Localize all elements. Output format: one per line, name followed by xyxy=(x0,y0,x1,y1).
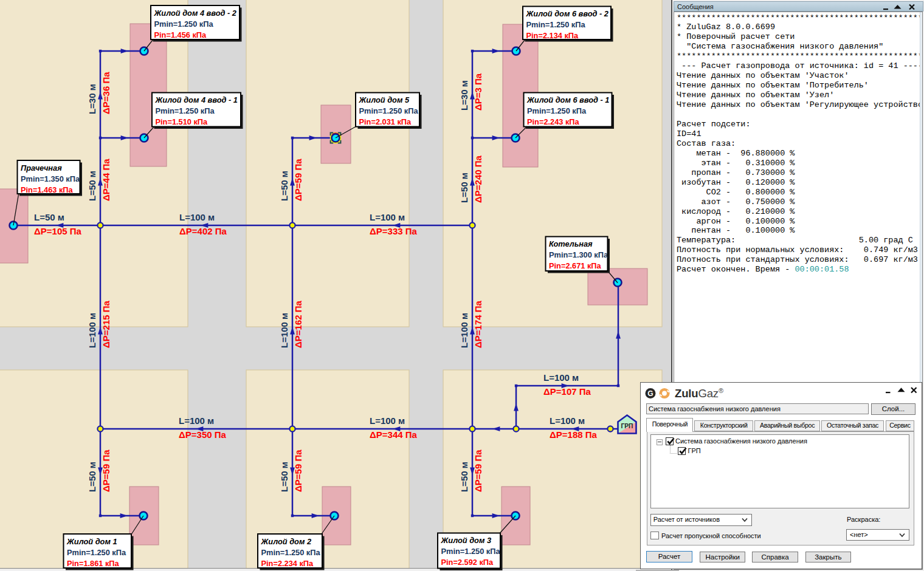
svg-text:Жилой дом 3: Жилой дом 3 xyxy=(441,536,492,545)
svg-text:Жилой дом 4 ввод - 2: Жилой дом 4 ввод - 2 xyxy=(154,9,236,18)
svg-text:ΔP=215 Па: ΔP=215 Па xyxy=(101,300,111,348)
svg-text:Pin=1.463 кПа: Pin=1.463 кПа xyxy=(21,185,74,194)
svg-text:Котельная: Котельная xyxy=(549,239,593,248)
svg-text:Pin=2.031 кПа: Pin=2.031 кПа xyxy=(359,117,412,126)
svg-text:L=30 м: L=30 м xyxy=(87,84,97,114)
svg-text:Жилой дом 5: Жилой дом 5 xyxy=(359,95,410,104)
svg-text:L=50 м: L=50 м xyxy=(279,171,289,201)
svg-text:ΔP=59 Па: ΔP=59 Па xyxy=(293,159,303,201)
svg-text:L=100 м: L=100 м xyxy=(550,415,585,426)
svg-text:Жилой дом 4 ввод - 1: Жилой дом 4 ввод - 1 xyxy=(155,95,238,104)
svg-text:Pmin=1.250 кПа: Pmin=1.250 кПа xyxy=(261,548,321,557)
svg-text:L=50 м: L=50 м xyxy=(87,171,97,201)
svg-text:L=50 м: L=50 м xyxy=(459,173,469,203)
svg-text:L=100 м: L=100 м xyxy=(279,313,289,348)
svg-text:Pmin=1.250 кПа: Pmin=1.250 кПа xyxy=(527,106,587,115)
svg-text:ΔP=350 Па: ΔP=350 Па xyxy=(179,429,227,440)
svg-text:ZuluGaz®: ZuluGaz® xyxy=(675,388,723,400)
svg-text:ΔP=188 Па: ΔP=188 Па xyxy=(550,429,598,440)
svg-text:ΔP=36 Па: ΔP=36 Па xyxy=(101,72,111,114)
svg-text:L=30 м: L=30 м xyxy=(459,80,469,111)
svg-text:L=100 м: L=100 м xyxy=(370,415,405,426)
svg-text:L=100 м: L=100 м xyxy=(179,415,214,426)
svg-text:L=50 м: L=50 м xyxy=(87,462,97,492)
svg-text:ΔP=105 Па: ΔP=105 Па xyxy=(34,226,82,236)
svg-text:L=100 м: L=100 м xyxy=(370,212,405,222)
svg-text:Pin=2.592 кПа: Pin=2.592 кПа xyxy=(441,558,494,567)
svg-text:L=50 м: L=50 м xyxy=(279,462,289,492)
svg-text:ΔP=333 Па: ΔP=333 Па xyxy=(370,226,418,236)
svg-text:ГРП: ГРП xyxy=(621,423,633,429)
svg-text:Pin=1.456 кПа: Pin=1.456 кПа xyxy=(154,30,207,39)
svg-text:ΔP=59 Па: ΔP=59 Па xyxy=(473,450,483,492)
svg-text:Pmin=1.250 кПа: Pmin=1.250 кПа xyxy=(67,548,126,557)
svg-text:G: G xyxy=(647,389,653,398)
svg-text:Pmin=1.250 кПа: Pmin=1.250 кПа xyxy=(154,19,214,29)
svg-text:Прачечная: Прачечная xyxy=(21,163,62,173)
svg-text:Pmin=1.350 кПа: Pmin=1.350 кПа xyxy=(21,174,80,183)
svg-text:ΔP=44 Па: ΔP=44 Па xyxy=(101,159,111,201)
svg-text:L=100 м: L=100 м xyxy=(459,313,469,348)
svg-text:ΔP=240 Па: ΔP=240 Па xyxy=(473,155,483,203)
svg-text:ΔP=59 Па: ΔP=59 Па xyxy=(293,450,303,492)
svg-text:Pmin=1.250 кПа: Pmin=1.250 кПа xyxy=(359,106,419,115)
svg-text:Pin=2.243 кПа: Pin=2.243 кПа xyxy=(527,117,580,126)
svg-text:Pin=1.861 кПа: Pin=1.861 кПа xyxy=(67,559,120,568)
svg-text:ΔP=3 Па: ΔP=3 Па xyxy=(473,73,483,111)
svg-text:ΔP=107 Па: ΔP=107 Па xyxy=(543,386,591,397)
svg-text:ΔP=174 Па: ΔP=174 Па xyxy=(473,300,483,348)
svg-text:Pin=2.134 кПа: Pin=2.134 кПа xyxy=(526,31,579,40)
svg-text:ΔP=162 Па: ΔP=162 Па xyxy=(293,300,303,348)
svg-text:Pin=2.671 кПа: Pin=2.671 кПа xyxy=(549,261,602,270)
svg-text:Жилой дом 6 ввод - 2: Жилой дом 6 ввод - 2 xyxy=(526,9,609,18)
svg-text:L=50 м: L=50 м xyxy=(34,212,64,222)
svg-text:Pmin=1.300 кПа: Pmin=1.300 кПа xyxy=(549,250,609,259)
svg-text:Pin=1.510 кПа: Pin=1.510 кПа xyxy=(156,117,209,126)
svg-text:ΔP=59 Па: ΔP=59 Па xyxy=(101,450,111,492)
svg-text:ΔP=344 Па: ΔP=344 Па xyxy=(370,429,418,440)
svg-text:Pmin=1.250 кПа: Pmin=1.250 кПа xyxy=(156,106,215,115)
svg-text:ΔP=402 Па: ΔP=402 Па xyxy=(179,226,227,236)
svg-text:Pmin=1.250 кПа: Pmin=1.250 кПа xyxy=(526,20,586,29)
svg-text:L=100 м: L=100 м xyxy=(179,212,215,222)
svg-text:Жилой дом 2: Жилой дом 2 xyxy=(261,537,312,546)
svg-text:L=100 м: L=100 м xyxy=(87,313,97,348)
svg-text:Pmin=1.250 кПа: Pmin=1.250 кПа xyxy=(441,547,501,556)
svg-text:Жилой дом 6 ввод - 1: Жилой дом 6 ввод - 1 xyxy=(526,95,609,104)
svg-text:Жилой дом 1: Жилой дом 1 xyxy=(66,537,117,546)
svg-text:L=100 м: L=100 м xyxy=(543,372,579,383)
svg-text:L=50 м: L=50 м xyxy=(459,462,469,492)
svg-text:Pin=2.234 кПа: Pin=2.234 кПа xyxy=(261,559,314,568)
